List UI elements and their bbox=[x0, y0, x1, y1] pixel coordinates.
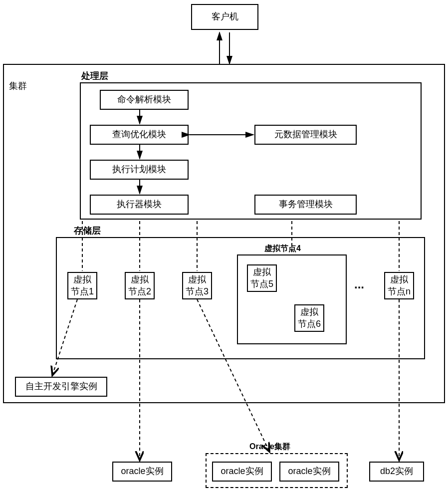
vn2-label: 虚拟 节点2 bbox=[128, 274, 151, 297]
vn1-label: 虚拟 节点1 bbox=[71, 274, 94, 297]
virtual-node-4-label: 虚拟节点4 bbox=[264, 244, 301, 254]
exec-plan-module: 执行计划模块 bbox=[90, 160, 189, 180]
oracle-inst-a: oracle实例 bbox=[212, 462, 272, 482]
virtual-node-2: 虚拟 节点2 bbox=[125, 272, 155, 299]
exec-plan-label: 执行计划模块 bbox=[112, 164, 166, 175]
virtual-node-3: 虚拟 节点3 bbox=[182, 272, 212, 299]
vn5-label: 虚拟 节点5 bbox=[250, 266, 273, 290]
self-engine-instance: 自主开发引擎实例 bbox=[15, 377, 107, 397]
query-opt-module: 查询优化模块 bbox=[90, 125, 189, 145]
oracle-a-label: oracle实例 bbox=[221, 466, 263, 477]
command-parse-label: 命令解析模块 bbox=[117, 94, 171, 105]
virtual-node-n: 虚拟 节点n bbox=[384, 272, 414, 299]
metadata-label: 元数据管理模块 bbox=[274, 129, 337, 140]
executor-module: 执行器模块 bbox=[90, 195, 189, 215]
virtual-node-1: 虚拟 节点1 bbox=[67, 272, 97, 299]
vnn-label: 虚拟 节点n bbox=[388, 274, 411, 297]
transaction-label: 事务管理模块 bbox=[279, 199, 333, 210]
transaction-module: 事务管理模块 bbox=[254, 195, 357, 215]
command-parse-module: 命令解析模块 bbox=[100, 90, 189, 110]
ellipsis: ··· bbox=[354, 280, 364, 294]
oracle-instance-single: oracle实例 bbox=[112, 462, 172, 482]
processing-layer-label: 处理层 bbox=[81, 70, 108, 82]
virtual-node-5: 虚拟 节点5 bbox=[247, 264, 277, 292]
db2-label: db2实例 bbox=[380, 466, 413, 477]
vn3-label: 虚拟 节点3 bbox=[186, 274, 209, 297]
oracle-single-label: oracle实例 bbox=[121, 466, 163, 477]
virtual-node-6: 虚拟 节点6 bbox=[294, 304, 324, 332]
oracle-inst-b: oracle实例 bbox=[279, 462, 339, 482]
executor-label: 执行器模块 bbox=[117, 199, 162, 210]
vn6-label: 虚拟 节点6 bbox=[298, 306, 321, 330]
cluster-label: 集群 bbox=[9, 80, 27, 92]
db2-instance: db2实例 bbox=[369, 462, 424, 482]
oracle-b-label: oracle实例 bbox=[288, 466, 330, 477]
storage-layer-label: 存储层 bbox=[74, 225, 101, 237]
client-box: 客户机 bbox=[191, 4, 258, 30]
self-engine-label: 自主开发引擎实例 bbox=[25, 381, 97, 392]
client-label: 客户机 bbox=[212, 11, 238, 22]
oracle-cluster-label: Oracle集群 bbox=[249, 442, 290, 452]
query-opt-label: 查询优化模块 bbox=[112, 129, 166, 140]
metadata-module: 元数据管理模块 bbox=[254, 125, 357, 145]
